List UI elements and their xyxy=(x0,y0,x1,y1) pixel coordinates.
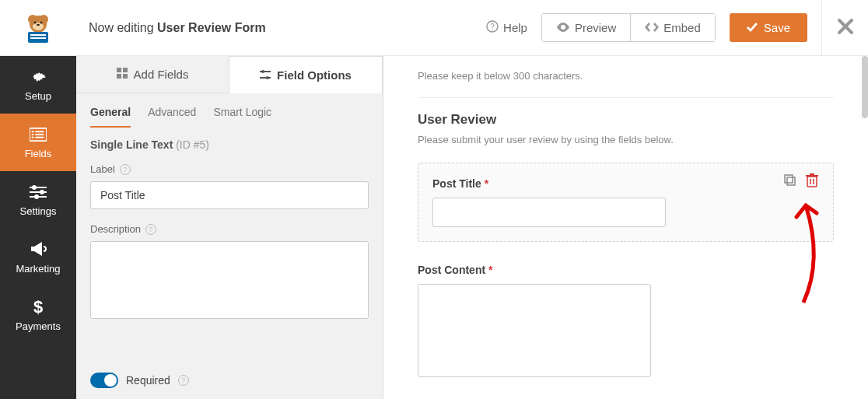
svg-rect-16 xyxy=(35,134,44,135)
list-icon xyxy=(30,126,47,143)
svg-text:$: $ xyxy=(33,298,43,317)
svg-rect-36 xyxy=(807,177,817,187)
required-label: Required xyxy=(126,374,170,387)
help-label: Help xyxy=(503,21,527,34)
subtab-smart-logic[interactable]: Smart Logic xyxy=(213,106,271,128)
help-icon[interactable]: ? xyxy=(178,375,189,386)
bullhorn-icon xyxy=(30,241,47,258)
subtab-general[interactable]: General xyxy=(90,106,131,128)
preview-field-input[interactable] xyxy=(432,198,666,227)
svg-rect-35 xyxy=(785,175,793,183)
options-icon xyxy=(260,68,271,82)
svg-point-31 xyxy=(261,70,264,73)
help-icon[interactable]: ? xyxy=(145,224,156,235)
app-logo xyxy=(0,12,76,44)
preview-button[interactable]: Preview xyxy=(542,14,631,41)
preview-field-label: Post Title * xyxy=(432,177,819,190)
subtab-advanced[interactable]: Advanced xyxy=(148,106,196,128)
sidebar-item-fields[interactable]: Fields xyxy=(0,114,76,171)
field-type-name: Single Line Text xyxy=(90,138,173,151)
title-name: User Review Form xyxy=(157,21,266,34)
close-icon xyxy=(838,19,853,37)
svg-rect-28 xyxy=(117,74,121,79)
label-input[interactable] xyxy=(90,181,369,209)
svg-point-5 xyxy=(40,21,43,23)
svg-rect-18 xyxy=(35,136,44,138)
sidebar-item-label: Setup xyxy=(25,90,51,102)
help-icon[interactable]: ? xyxy=(120,164,131,175)
svg-point-24 xyxy=(34,194,39,199)
eye-icon xyxy=(556,21,570,34)
svg-rect-8 xyxy=(30,34,46,36)
copy-icon xyxy=(784,174,796,189)
field-id: (ID #5) xyxy=(176,138,209,151)
char-limit-note: Please keep it below 300 characters. xyxy=(418,70,834,82)
required-indicator: * xyxy=(488,264,492,276)
required-indicator: * xyxy=(485,177,488,190)
duplicate-button[interactable] xyxy=(783,174,797,188)
svg-rect-13 xyxy=(32,131,34,132)
preview-field-selected[interactable]: Post Title * xyxy=(418,163,834,242)
label-label: Label xyxy=(90,163,115,175)
required-toggle[interactable] xyxy=(90,373,118,388)
tab-field-options[interactable]: Field Options xyxy=(229,56,383,93)
tab-label: Add Fields xyxy=(134,68,189,81)
svg-text:?: ? xyxy=(490,23,495,31)
save-label: Save xyxy=(764,21,790,34)
title-prefix: Now editing xyxy=(89,21,154,34)
form-preview: Please keep it below 300 characters. Use… xyxy=(383,56,868,399)
svg-point-6 xyxy=(37,23,40,26)
svg-point-3 xyxy=(33,23,44,30)
divider xyxy=(418,97,834,98)
sidebar-item-label: Marketing xyxy=(16,263,60,275)
svg-rect-37 xyxy=(806,175,818,177)
main-nav: Setup Fields Settings Marketing $ Paymen… xyxy=(0,56,76,399)
svg-rect-9 xyxy=(30,37,46,39)
embed-button[interactable]: Embed xyxy=(631,14,715,41)
preview-field-label: Post Content * xyxy=(418,264,834,276)
svg-rect-26 xyxy=(117,68,121,72)
tab-add-fields[interactable]: Add Fields xyxy=(76,56,229,93)
help-icon: ? xyxy=(486,20,499,35)
svg-rect-34 xyxy=(787,177,795,185)
field-type-header: Single Line Text (ID #5) xyxy=(90,138,369,151)
section-desc: Please submit your user review by using … xyxy=(418,134,834,145)
sliders-icon xyxy=(30,184,47,201)
svg-rect-17 xyxy=(32,136,34,138)
close-button[interactable] xyxy=(821,0,868,56)
description-label: Description xyxy=(90,223,141,235)
embed-label: Embed xyxy=(663,21,701,34)
svg-rect-38 xyxy=(810,173,814,175)
sidebar-item-label: Payments xyxy=(16,320,61,332)
description-input[interactable] xyxy=(90,241,369,319)
svg-rect-15 xyxy=(32,134,34,135)
check-icon xyxy=(747,21,758,34)
delete-button[interactable] xyxy=(805,174,819,188)
svg-rect-29 xyxy=(123,74,128,79)
grid-icon xyxy=(117,68,128,81)
preview-field[interactable]: Post Content * xyxy=(418,264,834,380)
gear-icon xyxy=(30,68,47,86)
code-icon xyxy=(645,21,659,34)
svg-point-4 xyxy=(34,21,37,23)
preview-label: Preview xyxy=(575,21,616,34)
sidebar-item-label: Settings xyxy=(20,205,57,217)
svg-point-20 xyxy=(32,185,37,190)
section-title: User Review xyxy=(418,112,834,128)
svg-point-22 xyxy=(40,190,44,194)
preview-field-textarea[interactable] xyxy=(418,284,651,377)
page-title: Now editing User Review Form xyxy=(76,21,486,35)
svg-point-33 xyxy=(266,76,269,79)
scrollbar-thumb[interactable] xyxy=(862,56,868,118)
sidebar-item-marketing[interactable]: Marketing xyxy=(0,229,76,286)
tab-label: Field Options xyxy=(277,68,352,82)
sidebar-item-label: Fields xyxy=(25,148,52,159)
dollar-icon: $ xyxy=(30,299,47,316)
svg-rect-27 xyxy=(123,68,128,72)
sidebar-item-payments[interactable]: $ Payments xyxy=(0,286,76,344)
sidebar-item-settings[interactable]: Settings xyxy=(0,171,76,229)
sidebar-item-setup[interactable]: Setup xyxy=(0,56,76,114)
help-link[interactable]: ? Help xyxy=(486,20,527,35)
trash-icon xyxy=(806,173,818,190)
save-button[interactable]: Save xyxy=(730,13,807,42)
